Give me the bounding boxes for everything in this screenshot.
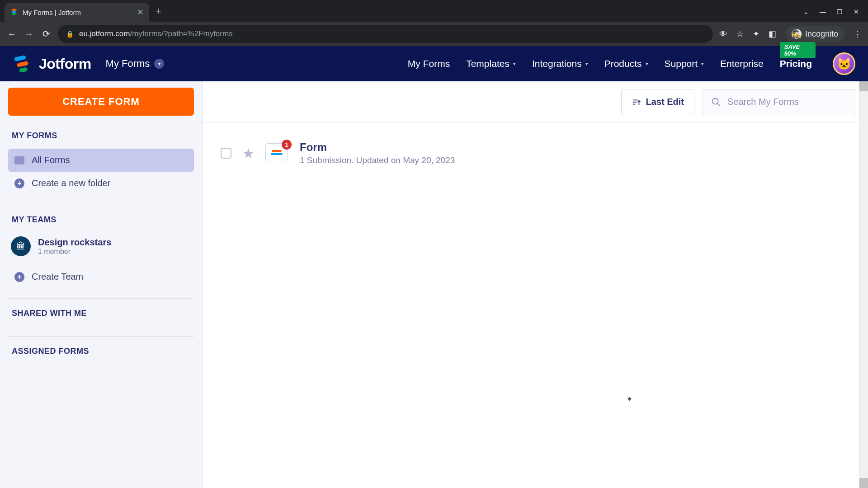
section-my-forms-label: MY FORMS: [8, 131, 194, 149]
address-bar[interactable]: 🔒 eu.jotform.com/myforms/?path=%2Fmyform…: [58, 25, 713, 43]
scroll-up-icon[interactable]: [859, 81, 868, 91]
form-meta: 1 Submission. Updated on May 20, 2023: [300, 155, 455, 165]
nav-pricing[interactable]: SAVE 50% Pricing: [780, 58, 812, 69]
nav-pricing-label: Pricing: [780, 58, 812, 69]
team-row[interactable]: 🏛 Design rockstars 1 member: [8, 233, 194, 265]
submission-badge: 1: [282, 140, 292, 150]
section-assigned-label: ASSIGNED FORMS: [8, 347, 194, 364]
nav-templates-label: Templates: [466, 58, 509, 69]
bookmark-star-icon[interactable]: ☆: [736, 29, 744, 39]
create-form-button[interactable]: CREATE FORM: [8, 88, 194, 116]
svg-rect-1: [16, 61, 28, 67]
tab-favicon-icon: [10, 8, 18, 16]
app-header: Jotform My Forms ▾ My Forms Templates▾ I…: [0, 46, 868, 81]
svg-rect-2: [19, 67, 28, 73]
brand-name: Jotform: [39, 56, 91, 72]
lock-icon: 🔒: [66, 30, 74, 38]
nav-integrations[interactable]: Integrations▾: [532, 58, 588, 69]
user-avatar[interactable]: 🐱: [833, 52, 855, 75]
main-content: Last Edit ★ 1 Form 1: [203, 81, 868, 488]
tab-title: My Forms | Jotform: [23, 9, 132, 16]
chevron-down-icon: ▾: [701, 61, 704, 67]
reload-button-icon[interactable]: ⟳: [41, 28, 52, 39]
team-avatar-icon: 🏛: [11, 236, 31, 256]
browser-toolbar: ← → ⟳ 🔒 eu.jotform.com/myforms/?path=%2F…: [0, 22, 868, 46]
nav-support-label: Support: [665, 58, 698, 69]
extensions-icon[interactable]: ✦: [753, 29, 760, 39]
nav-templates[interactable]: Templates▾: [466, 58, 516, 69]
favorite-star-icon[interactable]: ★: [242, 145, 255, 161]
new-tab-button[interactable]: +: [156, 5, 161, 17]
workspace-dropdown[interactable]: My Forms ▾: [106, 58, 165, 70]
section-my-teams-label: MY TEAMS: [8, 215, 194, 233]
sort-icon: [632, 97, 642, 107]
scrollbar[interactable]: [859, 81, 868, 488]
team-members: 1 member: [38, 248, 111, 256]
maximize-icon[interactable]: ❐: [837, 8, 843, 15]
incognito-label: Incognito: [805, 29, 838, 39]
forward-button-icon[interactable]: →: [24, 29, 34, 39]
incognito-icon: 🕵: [792, 29, 802, 39]
back-button-icon[interactable]: ←: [6, 29, 17, 39]
team-name: Design rockstars: [38, 237, 111, 248]
svg-point-3: [712, 98, 718, 104]
plus-circle-icon: +: [14, 272, 24, 282]
nav-support[interactable]: Support▾: [665, 58, 704, 69]
minimize-icon[interactable]: —: [820, 8, 826, 15]
search-icon: [711, 97, 721, 107]
brand-logo[interactable]: Jotform: [13, 54, 91, 74]
search-input[interactable]: [727, 97, 848, 107]
form-row[interactable]: ★ 1 Form 1 Submission. Updated on May 20…: [221, 137, 850, 169]
eye-off-icon[interactable]: 👁: [719, 29, 727, 39]
scroll-down-icon[interactable]: [859, 478, 868, 488]
form-thumbnail: 1: [265, 143, 289, 163]
workspace-dropdown-label: My Forms: [106, 58, 150, 70]
nav-enterprise[interactable]: Enterprise: [720, 58, 764, 69]
row-checkbox[interactable]: [221, 148, 231, 159]
plus-circle-icon: +: [14, 178, 24, 188]
window-controls: ⌄ — ❐ ✕: [803, 8, 868, 22]
search-field[interactable]: [703, 89, 856, 115]
form-list: ★ 1 Form 1 Submission. Updated on May 20…: [203, 123, 868, 183]
tab-search-icon[interactable]: ⌄: [803, 8, 809, 15]
main-nav: My Forms Templates▾ Integrations▾ Produc…: [408, 52, 855, 75]
mouse-cursor-icon: ⌖: [627, 395, 632, 403]
sidebar-item-label: Create Team: [32, 272, 83, 282]
svg-rect-0: [14, 55, 26, 61]
sidebar-item-create-folder[interactable]: + Create a new folder: [8, 172, 194, 195]
nav-integrations-label: Integrations: [532, 58, 582, 69]
divider: [8, 205, 194, 205]
nav-products[interactable]: Products▾: [604, 58, 648, 69]
url-path: /myforms/?path=%2Fmyforms: [130, 29, 232, 38]
logo-icon: [13, 54, 33, 74]
chevron-down-icon: ▾: [585, 61, 588, 67]
sidebar-item-label: All Forms: [32, 155, 70, 165]
nav-products-label: Products: [604, 58, 642, 69]
incognito-badge[interactable]: 🕵 Incognito: [785, 26, 844, 42]
side-panel-icon[interactable]: ◧: [769, 29, 776, 39]
sort-button[interactable]: Last Edit: [621, 89, 694, 115]
section-shared-label: SHARED WITH ME: [8, 309, 194, 326]
browser-tab-strip: My Forms | Jotform ✕ + ⌄ — ❐ ✕: [0, 0, 868, 22]
close-window-icon[interactable]: ✕: [854, 8, 859, 15]
tab-close-icon[interactable]: ✕: [137, 7, 144, 17]
sidebar-item-all-forms[interactable]: All Forms: [8, 149, 194, 172]
list-toolbar: Last Edit: [203, 81, 868, 123]
chevron-down-icon: ▾: [513, 61, 516, 67]
sidebar: CREATE FORM MY FORMS All Forms + Create …: [0, 81, 203, 488]
chevron-down-icon: ▾: [646, 61, 648, 67]
browser-tab[interactable]: My Forms | Jotform ✕: [5, 3, 149, 22]
sort-label: Last Edit: [646, 97, 684, 107]
url-text: eu.jotform.com/myforms/?path=%2Fmyforms: [79, 29, 233, 38]
url-host: eu.jotform.com: [79, 29, 130, 38]
folder-icon: [14, 156, 24, 164]
form-title: Form: [300, 141, 455, 154]
save-badge: SAVE 50%: [780, 42, 816, 58]
sidebar-item-label: Create a new folder: [32, 178, 111, 188]
nav-my-forms[interactable]: My Forms: [408, 58, 450, 69]
svg-line-4: [717, 103, 720, 106]
divider: [8, 336, 194, 337]
chevron-down-icon: ▾: [154, 59, 164, 69]
sidebar-item-create-team[interactable]: + Create Team: [8, 265, 194, 288]
kebab-menu-icon[interactable]: ⋮: [854, 29, 862, 39]
